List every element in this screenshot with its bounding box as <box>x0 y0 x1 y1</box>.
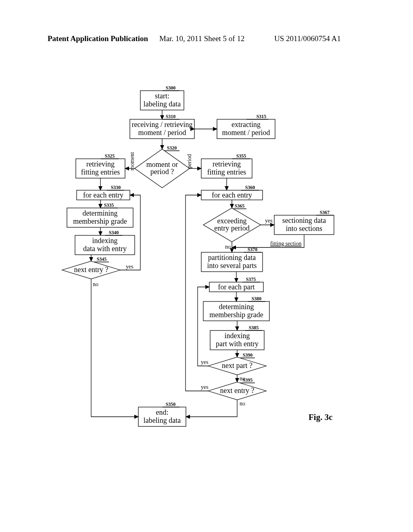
s335-l2: membership grade <box>73 217 127 225</box>
edge-s395-no <box>186 400 237 417</box>
lbl-s355: S355 <box>236 153 246 159</box>
branch-s395-no: no <box>240 401 245 407</box>
s360-l1: for each entry <box>212 191 252 199</box>
branch-period: period <box>186 154 192 168</box>
s300-l1: start: <box>155 92 169 100</box>
s390-l1: next part ? <box>222 362 252 370</box>
branch-s345-yes: yes <box>126 264 133 270</box>
lbl-s365: S365 <box>235 203 245 209</box>
s367-l2: into sections <box>286 224 323 233</box>
s345-l1: next entry ? <box>74 266 108 274</box>
branch-s365-yes: yes <box>265 218 273 224</box>
s325-l1: retrieving <box>86 160 115 168</box>
s310-l2: moment / period <box>138 129 186 137</box>
s325-l2: fitting entries <box>81 168 120 176</box>
flowchart: start: labeling data S300 receiving / re… <box>0 0 413 532</box>
lbl-s330: S330 <box>111 185 121 190</box>
s395-l1: next entry ? <box>220 387 254 395</box>
s330-l1: for each entry <box>83 191 123 199</box>
branch-s365-no: no <box>225 244 231 250</box>
branch-s345-no: no <box>93 281 98 287</box>
lbl-s367: S367 <box>320 210 330 215</box>
lbl-s350: S350 <box>166 401 176 407</box>
branch-fitting: fitting section <box>270 241 301 247</box>
branch-moment: moment <box>129 152 135 170</box>
s355-l2: fitting entries <box>207 168 246 176</box>
lbl-s300: S300 <box>166 85 176 91</box>
lbl-s325: S325 <box>105 153 115 159</box>
s340-l1: indexing <box>92 237 118 245</box>
s300-l2: labeling data <box>144 100 181 108</box>
lbl-s375: S375 <box>246 276 256 282</box>
s355-l1: retrieving <box>213 160 241 168</box>
s340-l2: data with entry <box>83 245 127 253</box>
figure-label: Fig. 3c <box>309 412 332 422</box>
lbl-s335: S335 <box>104 202 114 208</box>
lbl-s320: S320 <box>167 145 177 151</box>
s315-l1: extracting <box>232 121 261 129</box>
branch-s390-no: no <box>240 376 245 382</box>
edge-s345-no <box>91 279 138 417</box>
s370-l2: into several parts <box>207 262 257 270</box>
lbl-s310: S310 <box>166 114 176 119</box>
s375-l1: for each part <box>218 283 255 291</box>
branch-s395-yes: yes <box>201 384 209 390</box>
s350-l2: labeling data <box>144 416 181 424</box>
s365-l1: exceeding <box>217 217 247 225</box>
s367-l1: sectioning data <box>282 216 326 224</box>
lbl-s380: S380 <box>252 296 262 301</box>
s385-l2: part with entry <box>216 340 259 348</box>
lbl-s345: S345 <box>97 256 107 262</box>
s320-l2: period ? <box>150 168 174 176</box>
branch-s390-yes: yes <box>201 359 209 365</box>
s335-l1: determining <box>83 209 118 217</box>
s350-l1: end: <box>156 408 169 416</box>
s380-l1: determining <box>219 303 254 311</box>
s370-l1: partitioning data <box>208 254 256 262</box>
lbl-s390: S390 <box>243 352 253 358</box>
s320-l1: moment or <box>146 160 178 168</box>
s380-l2: membership grade <box>209 311 263 319</box>
s385-l1: indexing <box>225 332 250 340</box>
edge-s390-yes <box>198 287 209 366</box>
s310-l1: receiving / retrieving <box>132 121 193 129</box>
s365-l2: entry period <box>214 224 249 232</box>
lbl-s385: S385 <box>249 325 259 330</box>
edge-s345-yes <box>120 195 140 270</box>
lbl-s360: S360 <box>245 185 255 190</box>
lbl-s315: S315 <box>257 114 267 119</box>
lbl-s340: S340 <box>109 230 119 235</box>
s315-l2: moment / period <box>222 129 270 137</box>
